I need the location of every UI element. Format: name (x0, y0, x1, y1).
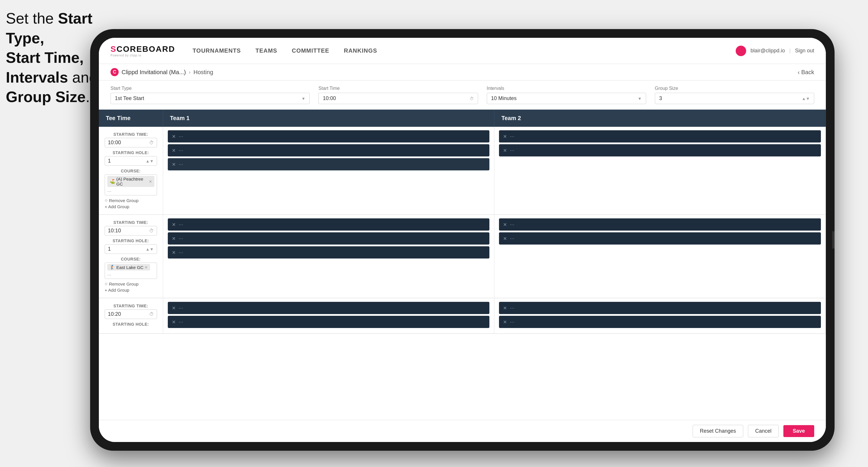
team2-side-2: ✕ ⋯ ✕ ⋯ (494, 215, 826, 298)
player-x-icon-t2-1-2[interactable]: ✕ (503, 148, 507, 153)
time-input-2[interactable]: 10:10 ⏱ (105, 226, 157, 236)
start-type-chevron-icon: ▼ (301, 96, 305, 101)
group-size-group: Group Size 3 ▲▼ (655, 86, 814, 104)
player-more-icon-t2-1-1[interactable]: ⋯ (510, 134, 515, 139)
start-time-group: Start Time 10:00 ⏱ (318, 86, 478, 104)
add-label-2: + Add Group (105, 288, 129, 292)
start-type-select[interactable]: 1st Tee Start ▼ (111, 93, 310, 104)
start-time-select[interactable]: 10:00 ⏱ (318, 93, 478, 104)
player-row-2-t2-1: ✕ ⋯ (499, 218, 821, 230)
hole-select-1[interactable]: 1 ▲▼ (105, 156, 157, 166)
player-x-icon-t2-2-2[interactable]: ✕ (503, 236, 507, 241)
course-remove-1[interactable]: ✕ (149, 179, 152, 184)
tablet-screen: SCOREBOARD Powered by clipp.io TOURNAMEN… (99, 38, 826, 442)
player-x-icon-t2-2-1[interactable]: ✕ (503, 222, 507, 227)
player-more-icon-t2-1-2[interactable]: ⋯ (510, 148, 515, 153)
col-team1: Team 1 (163, 110, 494, 127)
tee-side-3: STARTING TIME: 10:20 ⏱ STARTING HOLE: (99, 298, 163, 334)
instruction-line4-plain: . (86, 88, 90, 105)
player-more-icon-2-2[interactable]: ⋯ (179, 236, 183, 241)
instruction-line1: Set the Start Type, (6, 10, 92, 46)
time-input-3[interactable]: 10:20 ⏱ (105, 309, 157, 319)
time-input-1[interactable]: 10:00 ⏱ (105, 138, 157, 148)
group-size-select[interactable]: 3 ▲▼ (655, 93, 814, 104)
player-x-icon-2-3[interactable]: ✕ (172, 250, 176, 255)
player-row-2-t2-2: ✕ ⋯ (499, 232, 821, 245)
group-row-2: STARTING TIME: 10:10 ⏱ STARTING HOLE: 1 … (99, 215, 826, 298)
remove-group-2[interactable]: ○ Remove Group (105, 281, 157, 286)
player-x-icon-3-1[interactable]: ✕ (172, 305, 176, 311)
player-x-icon-t2-1-1[interactable]: ✕ (503, 134, 507, 139)
nav-tournaments[interactable]: TOURNAMENTS (192, 46, 241, 56)
player-more-icon-t2-3-2[interactable]: ⋯ (510, 319, 515, 325)
breadcrumb-logo-icon: C (111, 68, 119, 76)
player-more-icon-t2-2-1[interactable]: ⋯ (510, 222, 515, 227)
player-more-icon-3-2[interactable]: ⋯ (179, 319, 183, 325)
hole-select-2[interactable]: 1 ▲▼ (105, 244, 157, 254)
course-remove-2[interactable]: ✕ (145, 265, 148, 270)
starting-hole-label-1: STARTING HOLE: (105, 150, 157, 155)
time-clock-icon-3: ⏱ (149, 312, 154, 317)
player-more-icon-1-3[interactable]: ⋯ (179, 162, 183, 167)
breadcrumb-bar: C Clippd Invitational (Ma...) › Hosting … (99, 64, 826, 81)
action-bar: Reset Changes Cancel Save (99, 420, 826, 442)
player-more-icon-1-2[interactable]: ⋯ (179, 148, 183, 153)
intervals-value: 10 Minutes (491, 95, 517, 101)
group-actions-2: ○ Remove Group + Add Group (105, 281, 157, 292)
reset-button[interactable]: Reset Changes (693, 425, 743, 437)
hole-value-1: 1 (108, 158, 111, 164)
start-type-label: Start Type (111, 86, 310, 91)
team1-side-1: ✕ ⋯ ✕ ⋯ (163, 127, 494, 215)
sign-out-link[interactable]: Sign out (795, 48, 814, 54)
player-more-icon-2-1[interactable]: ⋯ (179, 222, 183, 227)
player-x-icon-t2-3-2[interactable]: ✕ (503, 319, 507, 325)
course-label-1: COURSE: (105, 169, 157, 173)
schedule-table: Tee Time Team 1 Team 2 STARTING TIME: 10… (99, 110, 826, 334)
nav-committee[interactable]: COMMITTEE (292, 46, 329, 56)
intervals-label: Intervals (487, 86, 646, 91)
cancel-button[interactable]: Cancel (748, 425, 779, 437)
back-button[interactable]: ‹ Back (798, 69, 814, 75)
course-more-icon-1: ⋯ (107, 189, 112, 194)
player-x-icon-2-2[interactable]: ✕ (172, 236, 176, 241)
player-x-icon-t2-3-1[interactable]: ✕ (503, 305, 507, 311)
player-x-icon-1-1[interactable]: ✕ (172, 134, 176, 139)
player-x-icon-1-2[interactable]: ✕ (172, 148, 176, 153)
intervals-select[interactable]: 10 Minutes ▼ (487, 93, 646, 104)
player-more-icon-1-1[interactable]: ⋯ (179, 134, 183, 139)
player-x-icon-2-1[interactable]: ✕ (172, 222, 176, 227)
add-label-1: + Add Group (105, 204, 129, 209)
start-time-value: 10:00 (323, 95, 336, 101)
player-row-3-1: ✕ ⋯ (168, 302, 490, 314)
player-x-icon-3-2[interactable]: ✕ (172, 319, 176, 325)
table-area: Tee Time Team 1 Team 2 STARTING TIME: 10… (99, 110, 826, 420)
col-team2: Team 2 (494, 110, 826, 127)
add-group-2[interactable]: + Add Group (105, 288, 157, 292)
breadcrumb-tournament: Clippd Invitational (Ma...) (122, 69, 186, 75)
player-row-1-t2-1: ✕ ⋯ (499, 130, 821, 143)
logo-text: SCOREBOARD (111, 44, 175, 54)
logo: SCOREBOARD Powered by clipp.io (111, 44, 175, 57)
hole-value-2: 1 (108, 246, 111, 252)
tee-side-1: STARTING TIME: 10:00 ⏱ STARTING HOLE: 1 … (99, 127, 163, 215)
user-email: blair@clippd.io (750, 48, 785, 54)
course-badge-name-2: East Lake GC (116, 265, 143, 270)
nav-rankings[interactable]: RANKINGS (344, 46, 377, 56)
player-more-icon-2-3[interactable]: ⋯ (179, 250, 183, 255)
player-more-icon-t2-2-2[interactable]: ⋯ (510, 236, 515, 241)
save-button[interactable]: Save (783, 425, 814, 437)
nav-teams[interactable]: TEAMS (255, 46, 277, 56)
player-more-icon-3-1[interactable]: ⋯ (179, 305, 183, 311)
remove-group-1[interactable]: ○ Remove Group (105, 198, 157, 203)
group-row-1: STARTING TIME: 10:00 ⏱ STARTING HOLE: 1 … (99, 127, 826, 215)
player-row-2-2: ✕ ⋯ (168, 232, 490, 245)
tablet-side-button (832, 231, 835, 249)
tee-side-2: STARTING TIME: 10:10 ⏱ STARTING HOLE: 1 … (99, 215, 163, 298)
add-group-1[interactable]: + Add Group (105, 204, 157, 209)
course-badge-2: 🏌 East Lake GC ✕ (107, 264, 150, 271)
player-row-1-1: ✕ ⋯ (168, 130, 490, 143)
player-more-icon-t2-3-1[interactable]: ⋯ (510, 305, 515, 311)
player-row-3-t2-2: ✕ ⋯ (499, 316, 821, 328)
player-row-3-2: ✕ ⋯ (168, 316, 490, 328)
player-x-icon-1-3[interactable]: ✕ (172, 162, 176, 167)
